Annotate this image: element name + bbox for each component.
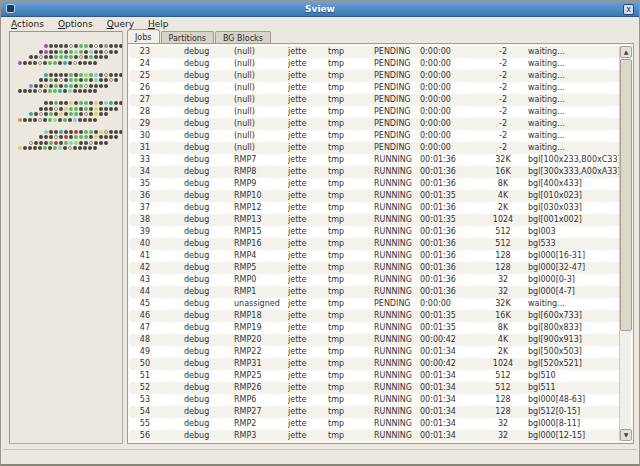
node-dot[interactable] [69, 141, 73, 145]
node-dot[interactable] [88, 118, 92, 122]
node-dot[interactable] [63, 89, 67, 93]
node-dot[interactable] [64, 50, 68, 54]
node-dot[interactable] [104, 101, 108, 105]
node-dot[interactable] [89, 78, 93, 82]
node-dot[interactable] [109, 73, 113, 77]
node-dot[interactable] [104, 135, 108, 139]
node-dot[interactable] [39, 55, 43, 59]
table-row[interactable]: 28debug(null)jettetmpPENDING0:00:00-2wai… [130, 106, 619, 118]
node-dot[interactable] [74, 130, 78, 134]
node-dot[interactable] [59, 101, 63, 105]
node-dot[interactable] [74, 101, 78, 105]
node-dot[interactable] [104, 73, 108, 77]
node-dot[interactable] [44, 141, 48, 145]
node-dot[interactable] [79, 135, 83, 139]
node-dot[interactable] [69, 130, 73, 134]
node-dot[interactable] [29, 141, 33, 145]
node-dot[interactable] [53, 118, 57, 122]
node-dot[interactable] [109, 101, 113, 105]
node-dot[interactable] [58, 146, 62, 150]
node-dot[interactable] [23, 89, 27, 93]
node-dot[interactable] [29, 84, 33, 88]
node-dot[interactable] [64, 73, 68, 77]
table-row[interactable]: 37debugRMP12jettetmpRUNNING00:01:362Kbgl… [130, 202, 619, 214]
node-dot[interactable] [44, 101, 48, 105]
node-dot[interactable] [29, 112, 33, 116]
node-dot[interactable] [89, 50, 93, 54]
node-dot[interactable] [89, 135, 93, 139]
node-dot[interactable] [59, 130, 63, 134]
node-dot[interactable] [38, 61, 42, 65]
node-dot[interactable] [83, 89, 87, 93]
node-dot[interactable] [64, 84, 68, 88]
table-row[interactable]: 25debug(null)jettetmpPENDING0:00:00-2wai… [130, 70, 619, 82]
node-dot[interactable] [119, 44, 123, 48]
node-dot[interactable] [99, 55, 103, 59]
table-row[interactable]: 45debugunassignedjettetmpPENDING0:00:003… [130, 298, 619, 310]
node-dot[interactable] [69, 73, 73, 77]
node-dot[interactable] [74, 135, 78, 139]
close-icon[interactable]: x [623, 4, 634, 15]
node-dot[interactable] [93, 61, 97, 65]
table-row[interactable]: 54debugRMP27jettetmpRUNNING00:01:34128bg… [130, 406, 619, 418]
tab-partitions[interactable]: Partitions [161, 31, 215, 43]
node-dot[interactable] [64, 112, 68, 116]
node-dot[interactable] [63, 146, 67, 150]
node-dot[interactable] [34, 84, 38, 88]
node-dot[interactable] [89, 107, 93, 111]
node-dot[interactable] [54, 84, 58, 88]
node-dot[interactable] [59, 44, 63, 48]
node-dot[interactable] [109, 78, 113, 82]
node-dot[interactable] [48, 146, 52, 150]
node-dot[interactable] [54, 141, 58, 145]
node-dot[interactable] [79, 112, 83, 116]
node-dot[interactable] [74, 78, 78, 82]
node-dot[interactable] [89, 141, 93, 145]
node-dot[interactable] [49, 84, 53, 88]
node-dot[interactable] [94, 101, 98, 105]
node-dot[interactable] [64, 78, 68, 82]
table-row[interactable]: 40debugRMP16jettetmpRUNNING00:01:36512bg… [130, 238, 619, 250]
node-dot[interactable] [114, 44, 118, 48]
table-row[interactable]: 38debugRMP13jettetmpRUNNING00:01:351024b… [130, 214, 619, 226]
table-row[interactable]: 56debugRMP3jettetmpRUNNING00:01:3432bgl0… [130, 430, 619, 441]
node-dot[interactable] [99, 84, 103, 88]
node-dot[interactable] [68, 89, 72, 93]
node-dot[interactable] [54, 78, 58, 82]
node-dot[interactable] [93, 89, 97, 93]
node-dot[interactable] [23, 118, 27, 122]
node-dot[interactable] [84, 50, 88, 54]
node-dot[interactable] [114, 73, 118, 77]
node-dot[interactable] [43, 146, 47, 150]
node-dot[interactable] [79, 107, 83, 111]
node-dot[interactable] [79, 101, 83, 105]
node-dot[interactable] [44, 55, 48, 59]
node-dot[interactable] [79, 78, 83, 82]
node-dot[interactable] [49, 44, 53, 48]
node-dot[interactable] [104, 50, 108, 54]
node-dot[interactable] [49, 112, 53, 116]
node-dot[interactable] [68, 146, 72, 150]
table-row[interactable]: 50debugRMP31jettetmpRUNNING00:00:421024b… [130, 358, 619, 370]
table-row[interactable]: 33debugRMP7jettetmpRUNNING00:01:3632Kbgl… [130, 154, 619, 166]
node-dot[interactable] [94, 135, 98, 139]
node-dot[interactable] [89, 130, 93, 134]
node-dot[interactable] [73, 89, 77, 93]
node-dot[interactable] [104, 84, 108, 88]
node-dot[interactable] [49, 73, 53, 77]
node-dot[interactable] [99, 50, 103, 54]
node-dot[interactable] [28, 118, 32, 122]
table-row[interactable]: 41debugRMP4jettetmpRUNNING00:01:36128bgl… [130, 250, 619, 262]
table-row[interactable]: 52debugRMP26jettetmpRUNNING00:01:34512bg… [130, 382, 619, 394]
node-dot[interactable] [99, 130, 103, 134]
node-dot[interactable] [119, 101, 123, 105]
titlebar[interactable]: Sview x [1, 1, 639, 17]
node-dot[interactable] [119, 130, 123, 134]
node-dot[interactable] [38, 89, 42, 93]
node-dot[interactable] [39, 84, 43, 88]
node-dot[interactable] [58, 61, 62, 65]
table-row[interactable]: 46debugRMP18jettetmpRUNNING00:01:3516Kbg… [130, 310, 619, 322]
node-dot[interactable] [88, 146, 92, 150]
menu-options[interactable]: Options [52, 18, 99, 30]
node-dot[interactable] [69, 55, 73, 59]
